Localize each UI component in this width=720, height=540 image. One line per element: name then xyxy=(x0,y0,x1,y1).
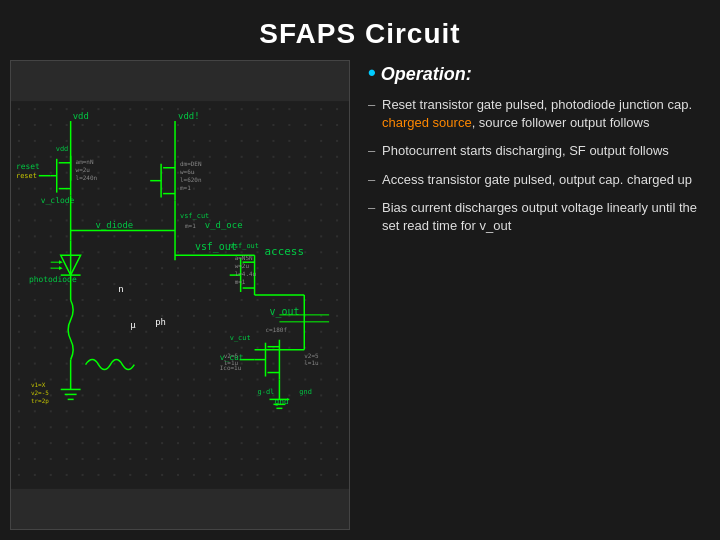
svg-text:μ: μ xyxy=(130,320,136,330)
svg-text:v_clode: v_clode xyxy=(41,196,75,205)
output-follows-text: output follows xyxy=(589,143,669,158)
svg-text:v_d_oce: v_d_oce xyxy=(205,220,243,230)
slide-title: SFAPS Circuit xyxy=(0,0,720,60)
operation-item-3: Access transistor gate pulsed, output ca… xyxy=(368,171,710,189)
bullet-point: • xyxy=(368,60,376,85)
operation-item-1: Reset transistor gate pulsed, photodiode… xyxy=(368,96,710,132)
svg-text:l=620n: l=620n xyxy=(180,176,202,183)
svg-text:photodiode: photodiode xyxy=(29,275,77,284)
svg-text:m=1: m=1 xyxy=(185,222,196,229)
charged-source-text: charged source xyxy=(382,115,472,130)
access-transistor-text: Access transistor xyxy=(382,172,481,187)
svg-text:reset: reset xyxy=(16,172,37,180)
follows-text: follows xyxy=(610,115,650,130)
svg-text:v_cut: v_cut xyxy=(220,353,244,362)
svg-text:Ico=1u: Ico=1u xyxy=(220,364,242,371)
svg-text:tr=2p: tr=2p xyxy=(31,397,49,405)
svg-text:v2=-5: v2=-5 xyxy=(31,389,49,396)
svg-text:l=240n: l=240n xyxy=(76,174,98,181)
svg-text:l=4.4u: l=4.4u xyxy=(235,270,257,277)
svg-text:m=1: m=1 xyxy=(235,278,246,285)
svg-text:vsf_out: vsf_out xyxy=(230,242,259,250)
svg-text:v_cut: v_cut xyxy=(230,334,251,342)
svg-text:a=NSN: a=NSN xyxy=(235,254,253,261)
svg-text:vdd: vdd xyxy=(73,111,89,121)
title-text: SFAPS Circuit xyxy=(259,18,460,49)
svg-text:v_diode: v_diode xyxy=(96,220,134,230)
svg-text:w=2u: w=2u xyxy=(76,166,91,173)
svg-text:c=180f: c=180f xyxy=(265,326,287,333)
svg-text:w=2u: w=2u xyxy=(235,262,250,269)
svg-text:access: access xyxy=(265,245,304,258)
circuit-diagram: vdd vdd reset reset am=nN w=2u l=240n xyxy=(10,60,350,530)
svg-text:w=6u: w=6u xyxy=(180,168,195,175)
svg-text:v_out: v_out xyxy=(269,306,299,318)
svg-text:v2=5: v2=5 xyxy=(304,352,319,359)
svg-text:vsf_cut: vsf_cut xyxy=(180,212,209,220)
svg-text:m=1: m=1 xyxy=(180,184,191,191)
operation-header: • Operation: xyxy=(368,60,710,86)
svg-text:am=nN: am=nN xyxy=(76,158,94,165)
svg-text:ph: ph xyxy=(155,317,166,327)
svg-text:dm=DEN: dm=DEN xyxy=(180,160,202,167)
svg-text:vdd!: vdd! xyxy=(178,111,200,121)
operation-label: Operation: xyxy=(381,64,472,84)
operations-panel: • Operation: Reset transistor gate pulse… xyxy=(350,60,710,530)
svg-text:v1=X: v1=X xyxy=(31,381,46,388)
follower-output-text: follower output xyxy=(521,115,606,130)
operations-list: Reset transistor gate pulsed, photodiode… xyxy=(368,96,710,235)
svg-text:gnd: gnd xyxy=(299,388,312,396)
svg-text:l=1u: l=1u xyxy=(304,359,319,366)
content-area: vdd vdd reset reset am=nN w=2u l=240n xyxy=(0,60,720,540)
svg-text:g-dl: g-dl xyxy=(258,388,275,396)
svg-text:vdd: vdd xyxy=(56,145,69,153)
operation-item-2: Photocurrent starts discharging, SF outp… xyxy=(368,142,710,160)
svg-text:reset: reset xyxy=(16,162,40,171)
svg-text:n: n xyxy=(118,284,123,294)
slide: SFAPS Circuit vdd vdd reset xyxy=(0,0,720,540)
operation-item-4: Bias current discharges output voltage l… xyxy=(368,199,710,235)
